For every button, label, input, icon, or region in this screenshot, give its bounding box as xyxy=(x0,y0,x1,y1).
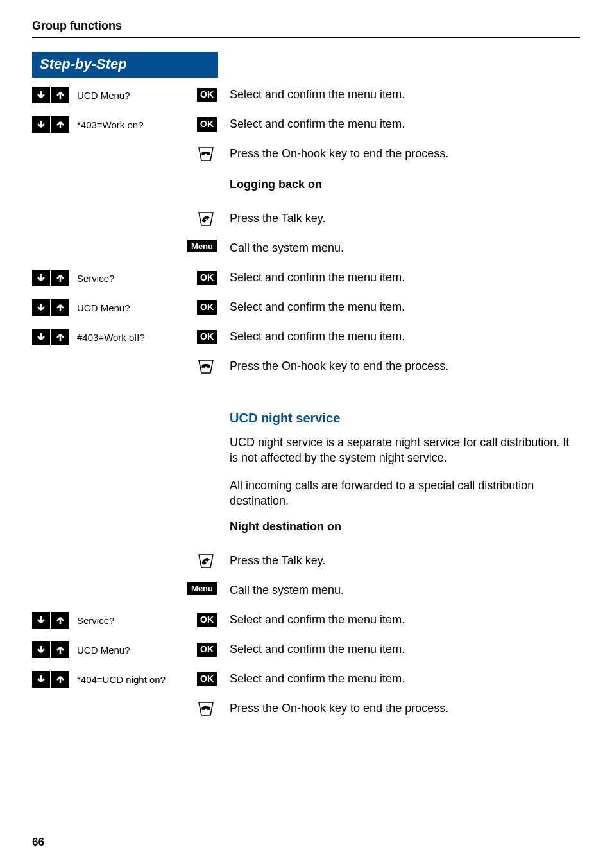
display-label: UCD Menu? xyxy=(77,302,130,313)
instruction-text: Select and confirm the menu item. xyxy=(230,671,580,686)
section-paragraph: UCD night service is a separate night se… xyxy=(230,435,580,466)
nav-arrows xyxy=(32,116,69,133)
instruction-text: Select and confirm the menu item. xyxy=(230,612,580,627)
up-arrow-icon xyxy=(51,641,69,658)
onhook-key-icon xyxy=(195,358,217,375)
ok-button: OK xyxy=(197,117,217,132)
instruction-row: UCD Menu?OKSelect and confirm the menu i… xyxy=(32,299,580,318)
talk-key-icon xyxy=(195,211,217,227)
nav-arrows xyxy=(32,299,69,316)
up-arrow-icon xyxy=(51,329,69,345)
instruction-row: Service?OKSelect and confirm the menu it… xyxy=(32,612,580,631)
instruction-row: MenuCall the system menu. xyxy=(32,240,580,259)
section-paragraph: All incoming calls are forwarded to a sp… xyxy=(230,478,580,509)
instruction-row: MenuCall the system menu. xyxy=(32,582,580,602)
ok-button: OK xyxy=(197,672,217,686)
ok-button: OK xyxy=(197,300,217,315)
section-block: UCD night serviceUCD night service is a … xyxy=(32,388,580,542)
down-arrow-icon xyxy=(32,299,50,316)
instruction-row: *404=UCD night on?OKSelect and confirm t… xyxy=(32,671,580,690)
nav-arrows xyxy=(32,270,69,286)
instruction-row: Service?OKSelect and confirm the menu it… xyxy=(32,270,580,289)
down-arrow-icon xyxy=(32,270,50,286)
ok-button: OK xyxy=(197,271,217,285)
nav-arrows xyxy=(32,612,69,629)
instruction-text: Press the Talk key. xyxy=(230,211,580,226)
instruction-row: UCD Menu?OKSelect and confirm the menu i… xyxy=(32,87,580,106)
instruction-text: Select and confirm the menu item. xyxy=(230,116,580,132)
nav-arrows xyxy=(32,329,69,345)
display-label: *404=UCD night on? xyxy=(77,674,166,685)
down-arrow-icon xyxy=(32,671,50,688)
nav-arrows xyxy=(32,87,69,103)
onhook-key-icon xyxy=(195,146,217,162)
instruction-row: #403=Work off?OKSelect and confirm the m… xyxy=(32,329,580,348)
up-arrow-icon xyxy=(51,116,69,133)
instruction-row: Press the On-hook key to end the process… xyxy=(32,146,580,165)
menu-button: Menu xyxy=(187,240,217,252)
ok-button: OK xyxy=(197,330,217,344)
display-label: Service? xyxy=(77,273,114,284)
instruction-text: Press the On-hook key to end the process… xyxy=(230,700,580,716)
display-label: Service? xyxy=(77,615,114,626)
instruction-row: Press the Talk key. xyxy=(32,211,580,230)
step-by-step-banner: Step-by-Step xyxy=(32,52,218,78)
up-arrow-icon xyxy=(51,612,69,629)
ok-button: OK xyxy=(197,88,217,102)
instruction-text: Select and confirm the menu item. xyxy=(230,641,580,657)
instruction-text: Select and confirm the menu item. xyxy=(230,329,580,344)
down-arrow-icon xyxy=(32,612,50,629)
talk-key-icon xyxy=(195,553,217,569)
menu-button: Menu xyxy=(187,582,217,595)
instruction-row: Press the On-hook key to end the process… xyxy=(32,700,580,720)
down-arrow-icon xyxy=(32,329,50,345)
display-label: #403=Work off? xyxy=(77,332,145,343)
section-heading: UCD night service xyxy=(230,411,580,426)
display-label: UCD Menu? xyxy=(77,645,130,655)
page-number: 66 xyxy=(32,836,44,849)
up-arrow-icon xyxy=(51,671,69,688)
page-header: Group functions xyxy=(32,19,580,38)
nav-arrows xyxy=(32,671,69,688)
page: Group functions Step-by-Step UCD Menu?OK… xyxy=(0,0,612,868)
instruction-text: Press the On-hook key to end the process… xyxy=(230,358,580,374)
instruction-heading: Logging back on xyxy=(230,178,580,191)
down-arrow-icon xyxy=(32,641,50,658)
rows-container: UCD Menu?OKSelect and confirm the menu i… xyxy=(32,87,580,720)
instruction-heading: Night destination on xyxy=(230,520,580,534)
onhook-key-icon xyxy=(195,700,217,717)
nav-arrows xyxy=(32,641,69,658)
instruction-row: UCD Menu?OKSelect and confirm the menu i… xyxy=(32,641,580,661)
instruction-text: Call the system menu. xyxy=(230,582,580,598)
instruction-row: Press the On-hook key to end the process… xyxy=(32,358,580,378)
instruction-text: Select and confirm the menu item. xyxy=(230,87,580,102)
instruction-text: Select and confirm the menu item. xyxy=(230,270,580,285)
ok-button: OK xyxy=(197,643,217,657)
instruction-row: *403=Work on?OKSelect and confirm the me… xyxy=(32,116,580,135)
instruction-text: Select and confirm the menu item. xyxy=(230,299,580,315)
instruction-text: Press the On-hook key to end the process… xyxy=(230,146,580,161)
instruction-text: Call the system menu. xyxy=(230,240,580,256)
ok-button: OK xyxy=(197,613,217,627)
instruction-row: Logging back on xyxy=(32,175,580,200)
instruction-text: Press the Talk key. xyxy=(230,553,580,568)
display-label: UCD Menu? xyxy=(77,90,130,101)
down-arrow-icon xyxy=(32,87,50,103)
up-arrow-icon xyxy=(51,299,69,316)
display-label: *403=Work on? xyxy=(77,119,144,130)
instruction-row: Press the Talk key. xyxy=(32,553,580,572)
down-arrow-icon xyxy=(32,116,50,133)
up-arrow-icon xyxy=(51,87,69,103)
up-arrow-icon xyxy=(51,270,69,286)
